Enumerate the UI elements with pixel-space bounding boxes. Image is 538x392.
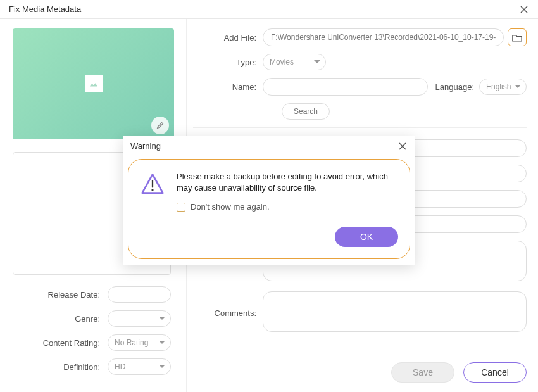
content-rating-label: Content Rating: [13,338,108,348]
language-label: Language: [435,82,474,92]
save-button[interactable]: Save [391,362,454,383]
definition-label: Definition: [13,362,108,372]
close-icon [398,142,407,151]
dont-show-label: Don't show me again. [191,202,270,212]
name-label: Name: [193,82,263,92]
svg-point-2 [151,189,153,191]
modal-close-button[interactable] [397,141,408,151]
warning-modal: Warning Please make a backup before edit… [123,136,415,265]
release-date-input[interactable] [108,286,171,303]
window-title: Fix Media Metadata [9,4,81,14]
modal-ok-button[interactable]: OK [335,227,398,247]
edit-thumbnail-button[interactable] [151,117,169,134]
titlebar: Fix Media Metadata [0,0,538,19]
language-select[interactable]: English [479,79,527,95]
content-rating-select[interactable]: No Rating [108,334,171,351]
file-path-input[interactable] [263,28,504,46]
dont-show-checkbox[interactable]: Don't show me again. [177,202,398,212]
pencil-icon [156,121,165,130]
window-close-button[interactable] [519,4,529,15]
svg-rect-0 [88,79,99,88]
close-icon [520,5,529,14]
definition-select[interactable]: HD [108,358,171,375]
browse-folder-button[interactable] [508,28,527,46]
name-input[interactable] [263,78,428,96]
warning-icon [140,171,165,212]
search-button[interactable]: Search [282,103,330,120]
release-date-label: Release Date: [13,290,108,300]
genre-label: Genre: [13,314,108,324]
image-placeholder-icon [85,75,103,92]
genre-select[interactable] [108,310,171,327]
left-fields: Release Date: Genre: Content Rating: No … [13,286,173,383]
type-select[interactable]: Movies [263,54,326,70]
thumbnail-preview [13,28,174,139]
divider [193,127,527,128]
comments-textarea[interactable] [263,291,527,332]
type-label: Type: [193,58,263,67]
folder-icon [512,34,522,42]
action-bar: Save Cancel [391,362,527,383]
cancel-button[interactable]: Cancel [463,362,527,383]
modal-message: Please make a backup before editing to a… [177,171,398,193]
checkbox-box [177,203,185,212]
modal-title: Warning [130,141,161,151]
comments-label: Comments: [193,308,263,318]
add-file-label: Add File: [193,33,263,42]
